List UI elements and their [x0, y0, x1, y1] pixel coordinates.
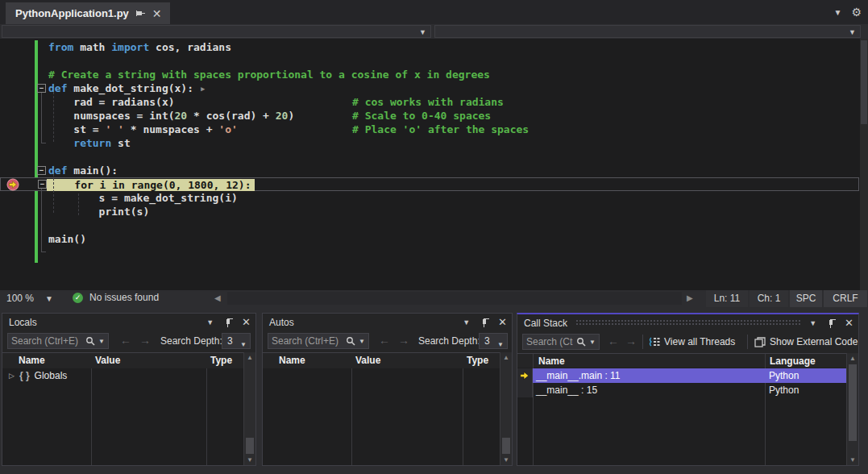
- chevron-down-icon[interactable]: ▼: [98, 338, 105, 345]
- code-line-9[interactable]: [0, 150, 859, 164]
- issues-label: No issues found: [89, 292, 159, 303]
- fold-collapse-icon[interactable]: −: [37, 166, 46, 175]
- gear-icon[interactable]: ⚙: [851, 6, 862, 19]
- scroll-down-icon[interactable]: ▼: [244, 456, 255, 464]
- column-name[interactable]: Name: [279, 355, 305, 366]
- forward-arrow-icon[interactable]: →: [625, 335, 637, 347]
- chevron-down-icon[interactable]: ▼: [359, 338, 365, 345]
- issues-indicator[interactable]: ✓ No issues found: [73, 292, 159, 303]
- code-line-4[interactable]: −def make_dot_string(x): ▸: [0, 81, 859, 95]
- fold-collapse-icon[interactable]: −: [38, 180, 47, 189]
- frame-name: __main__.main : 11: [533, 368, 765, 383]
- zoom-control[interactable]: 100 % ▼: [6, 293, 53, 304]
- pin-icon[interactable]: [826, 318, 835, 328]
- vs-debug-window: PythonApplication1.py ✕ ▼ ⚙ ▼ ▼ from mat…: [0, 0, 868, 474]
- pin-icon[interactable]: [223, 318, 232, 327]
- callstack-frame-row[interactable]: __main__ : 15Python: [517, 383, 847, 397]
- pin-icon[interactable]: [136, 9, 145, 19]
- status-column[interactable]: Ch: 1: [750, 290, 788, 307]
- code-line-10[interactable]: −def main():: [0, 164, 859, 177]
- search-input[interactable]: [272, 335, 343, 347]
- column-type[interactable]: Type: [467, 355, 488, 366]
- threads-icon: [649, 337, 660, 347]
- search-depth-dropdown[interactable]: 3▼: [479, 333, 508, 349]
- search-input[interactable]: [526, 336, 573, 347]
- scroll-right-icon[interactable]: ▶: [687, 293, 693, 302]
- column-value[interactable]: Value: [95, 355, 120, 366]
- callstack-vertical-scrollbar[interactable]: ▲ ▼: [846, 353, 858, 465]
- code-line-5[interactable]: rad = radians(x)# cos works with radians: [0, 95, 859, 109]
- back-arrow-icon[interactable]: ←: [608, 335, 619, 347]
- code-line-14[interactable]: [0, 218, 859, 232]
- code-editor[interactable]: from math import cos, radians# Create a …: [0, 39, 868, 290]
- column-value[interactable]: Value: [355, 355, 380, 366]
- column-language[interactable]: Language: [770, 356, 816, 367]
- close-icon[interactable]: ✕: [242, 316, 251, 328]
- callstack-frame-row[interactable]: __main__.main : 11Python: [517, 368, 847, 383]
- autos-title-bar[interactable]: Autos ▼ ✕: [263, 314, 512, 331]
- breakpoint-current-statement-icon[interactable]: [6, 178, 19, 191]
- code-line-6[interactable]: numspaces = int(20 * cos(rad) + 20)# Sca…: [0, 109, 859, 123]
- editor-vertical-scrollbar[interactable]: [860, 39, 868, 290]
- code-line-3[interactable]: # Create a string with spaces proportion…: [0, 68, 859, 81]
- scroll-up-icon[interactable]: ▲: [500, 354, 512, 361]
- back-arrow-icon[interactable]: ←: [120, 335, 131, 346]
- status-line-number[interactable]: Ln: 11: [706, 290, 748, 307]
- column-name[interactable]: Name: [538, 356, 565, 367]
- expand-triangle-icon[interactable]: ▷: [9, 372, 15, 380]
- window-position-chevron-icon[interactable]: ▼: [206, 318, 214, 326]
- indent-guide: [53, 174, 54, 213]
- autos-toolbar: ▼ ← → Search Depth: 3▼: [263, 331, 512, 352]
- code-line-2[interactable]: [0, 54, 859, 68]
- scroll-up-icon[interactable]: ▲: [847, 355, 858, 362]
- fold-collapse-icon[interactable]: −: [37, 84, 46, 93]
- show-external-code-button[interactable]: Show External Code: [754, 334, 858, 350]
- tab-list-chevron-icon[interactable]: ▼: [834, 8, 842, 17]
- tab-pythonapplication1[interactable]: PythonApplication1.py ✕: [6, 2, 170, 24]
- callstack-title-bar[interactable]: Call Stack ▼ ✕: [517, 314, 858, 331]
- column-name[interactable]: Name: [19, 355, 45, 366]
- search-depth-label: Search Depth:: [160, 335, 222, 347]
- autos-search-box[interactable]: ▼: [268, 333, 369, 349]
- forward-arrow-icon[interactable]: →: [398, 335, 409, 346]
- window-position-chevron-icon[interactable]: ▼: [809, 319, 816, 327]
- locals-search-box[interactable]: ▼: [7, 333, 109, 349]
- status-spaces[interactable]: SPC: [790, 290, 822, 307]
- search-depth-dropdown[interactable]: 3▼: [222, 333, 251, 349]
- locals-body: ▷ { } Globals: [2, 368, 243, 465]
- autos-vertical-scrollbar[interactable]: ▲ ▼: [500, 352, 512, 465]
- scroll-up-icon[interactable]: ▲: [244, 354, 255, 361]
- horizontal-scrollbar[interactable]: [227, 292, 682, 305]
- chevron-down-icon[interactable]: ▼: [589, 339, 596, 346]
- status-line-ending[interactable]: CRLF: [824, 290, 867, 307]
- close-icon[interactable]: ✕: [498, 316, 507, 328]
- forward-arrow-icon[interactable]: →: [139, 335, 151, 346]
- close-icon[interactable]: ✕: [845, 317, 853, 329]
- code-line-1[interactable]: from math import cos, radians: [0, 40, 859, 54]
- locals-column-headers: Name Value Type: [2, 352, 255, 368]
- nav-type-dropdown[interactable]: ▼: [2, 25, 431, 38]
- code-line-11[interactable]: − for i in range(0, 1800, 12):: [0, 177, 859, 191]
- code-line-12[interactable]: s = make_dot_string(i): [0, 191, 859, 205]
- code-line-7[interactable]: st = ' ' * numspaces + 'o'# Place 'o' af…: [0, 123, 859, 136]
- callstack-search-box[interactable]: ▼: [522, 334, 600, 350]
- window-position-chevron-icon[interactable]: ▼: [463, 318, 470, 326]
- view-all-threads-button[interactable]: View all Threads: [649, 334, 735, 350]
- drag-handle[interactable]: [575, 319, 801, 326]
- back-arrow-icon[interactable]: ←: [379, 335, 390, 346]
- indent-guide: [78, 193, 79, 215]
- column-type[interactable]: Type: [210, 355, 232, 366]
- code-line-15[interactable]: main(): [0, 232, 859, 246]
- scroll-down-icon[interactable]: ▼: [847, 456, 858, 464]
- search-input[interactable]: [11, 335, 82, 347]
- locals-row-globals[interactable]: ▷ { } Globals: [2, 368, 243, 383]
- pin-icon[interactable]: [480, 318, 488, 327]
- nav-member-dropdown[interactable]: ▼: [434, 25, 861, 38]
- code-line-13[interactable]: print(s): [0, 205, 859, 218]
- scroll-left-icon[interactable]: ◀: [214, 293, 221, 302]
- locals-vertical-scrollbar[interactable]: ▲ ▼: [243, 352, 255, 465]
- code-line-8[interactable]: return st: [0, 136, 859, 150]
- close-icon[interactable]: ✕: [152, 9, 162, 19]
- scroll-down-icon[interactable]: ▼: [500, 456, 512, 464]
- locals-title-bar[interactable]: Locals ▼ ✕: [2, 314, 255, 331]
